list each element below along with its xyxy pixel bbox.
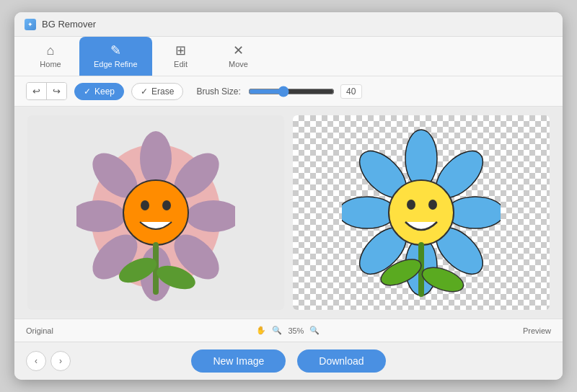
zoom-out-icon[interactable]: 🔍 <box>272 326 282 335</box>
nav-label-home: Home <box>40 60 61 68</box>
main-content <box>14 107 563 318</box>
erase-check-icon: ✓ <box>141 86 148 97</box>
status-bar: Original ✋ 🔍 35% 🔍 Preview <box>14 318 563 342</box>
nav-bar: ⌂ Home ✎ Edge Refine ⊞ Edit ✕ Move <box>14 37 563 76</box>
undo-redo-group: ↩ ↪ <box>26 82 67 100</box>
nav-label-edge-refine: Edge Refine <box>94 60 138 68</box>
erase-label: Erase <box>151 86 174 97</box>
svg-point-24 <box>389 180 454 245</box>
undo-button[interactable]: ↩ <box>27 83 47 99</box>
next-button[interactable]: › <box>50 351 71 371</box>
bottom-bar: ‹ › New Image Download <box>14 342 563 380</box>
nav-arrows: ‹ › <box>26 351 71 371</box>
keep-button[interactable]: ✓ Keep <box>74 83 124 100</box>
brush-slider-container: 40 <box>248 84 362 99</box>
app-window: ✦ BG Remover ⌂ Home ✎ Edge Refine ⊞ Edit… <box>14 12 563 380</box>
keep-label: Keep <box>94 86 115 97</box>
svg-point-12 <box>162 200 171 210</box>
svg-point-18 <box>446 197 501 228</box>
nav-label-edit: Edit <box>174 60 188 68</box>
svg-point-1 <box>140 131 172 186</box>
preview-panel[interactable] <box>293 115 550 310</box>
nav-label-move: Move <box>229 60 248 68</box>
brush-size-value: 40 <box>340 84 362 99</box>
app-icon: ✦ <box>25 19 36 30</box>
original-panel[interactable] <box>27 115 284 310</box>
nav-item-edit[interactable]: ⊞ Edit <box>152 37 210 76</box>
preview-label: Preview <box>523 326 551 335</box>
svg-point-25 <box>407 200 415 210</box>
original-flower-svg <box>76 115 235 310</box>
original-image-area <box>27 115 284 310</box>
move-icon: ✕ <box>233 44 244 57</box>
brush-size-slider[interactable] <box>248 86 335 97</box>
svg-point-26 <box>428 200 437 210</box>
app-title: BG Remover <box>42 19 96 30</box>
nav-item-edge-refine[interactable]: ✎ Edge Refine <box>79 37 152 76</box>
prev-button[interactable]: ‹ <box>26 351 46 371</box>
download-button[interactable]: Download <box>297 349 385 373</box>
toolbar: ↩ ↪ ✓ Keep ✓ Erase Brush Size: 40 <box>14 76 563 107</box>
original-label: Original <box>26 326 53 335</box>
brush-size-label: Brush Size: <box>196 86 240 97</box>
edit-icon: ⊞ <box>175 44 186 57</box>
title-bar: ✦ BG Remover <box>14 12 563 37</box>
preview-flower-svg <box>342 115 501 310</box>
edge-refine-icon: ✎ <box>110 44 121 57</box>
erase-button[interactable]: ✓ Erase <box>131 83 183 100</box>
zoom-in-icon[interactable]: 🔍 <box>309 326 320 335</box>
zoom-value: 35% <box>288 326 304 335</box>
hand-icon[interactable]: ✋ <box>256 326 266 335</box>
zoom-controls: ✋ 🔍 35% 🔍 <box>256 326 320 335</box>
preview-image-area <box>293 115 550 310</box>
svg-point-11 <box>141 200 149 210</box>
new-image-button[interactable]: New Image <box>191 349 286 373</box>
svg-point-16 <box>405 130 437 187</box>
nav-item-home[interactable]: ⌂ Home <box>22 37 79 76</box>
nav-item-move[interactable]: ✕ Move <box>210 37 268 76</box>
svg-point-22 <box>342 197 396 228</box>
keep-check-icon: ✓ <box>84 86 91 97</box>
redo-button[interactable]: ↪ <box>47 83 66 99</box>
home-icon: ⌂ <box>47 44 55 57</box>
